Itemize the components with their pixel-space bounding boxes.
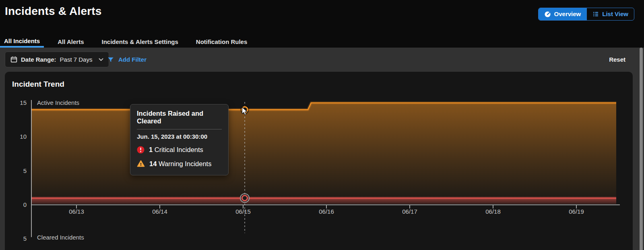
date-range-label: Date Range: [21, 56, 56, 63]
view-toggle: Overview List View [538, 8, 634, 21]
tab-incidents-alerts-settings[interactable]: Incidents & Alerts Settings [97, 32, 182, 48]
tab-bar: All Incidents All Alerts Incidents & Ale… [0, 32, 251, 48]
add-filter-label: Add Filter [118, 56, 147, 63]
reset-button[interactable]: Reset [607, 52, 628, 67]
overview-button[interactable]: Overview [539, 8, 587, 20]
gauge-icon [544, 11, 551, 18]
calendar-icon [10, 56, 17, 63]
tab-label: Notification Rules [196, 38, 248, 45]
list-view-label: List View [602, 8, 628, 20]
tab-label: Incidents & Alerts Settings [101, 38, 178, 45]
funnel-icon [107, 56, 114, 63]
mouse-cursor [242, 107, 250, 117]
date-range-value: Past 7 Days [60, 56, 93, 63]
page-title: Incidents & Alerts [5, 5, 102, 18]
incidents-alerts-screen: Incidents & Alerts Overview List View Al… [0, 0, 644, 250]
add-filter-button[interactable]: Add Filter [105, 52, 149, 67]
incident-trend-card: Incident Trend [5, 72, 633, 250]
tab-all-incidents[interactable]: All Incidents [0, 32, 44, 48]
chart-title: Incident Trend [12, 80, 64, 89]
list-icon [592, 11, 599, 17]
tab-label: All Incidents [4, 38, 40, 44]
tab-all-alerts[interactable]: All Alerts [54, 32, 88, 48]
list-view-button[interactable]: List View [586, 8, 634, 20]
vertical-scrollbar[interactable] [640, 48, 643, 250]
date-range-button[interactable]: Date Range: Past 7 Days [5, 52, 109, 67]
tab-label: All Alerts [58, 38, 84, 45]
overview-label: Overview [554, 8, 581, 20]
chevron-down-icon [99, 58, 103, 61]
tab-notification-rules[interactable]: Notification Rules [192, 32, 252, 48]
content-area: Date Range: Past 7 Days Add Filter Reset… [0, 48, 644, 250]
